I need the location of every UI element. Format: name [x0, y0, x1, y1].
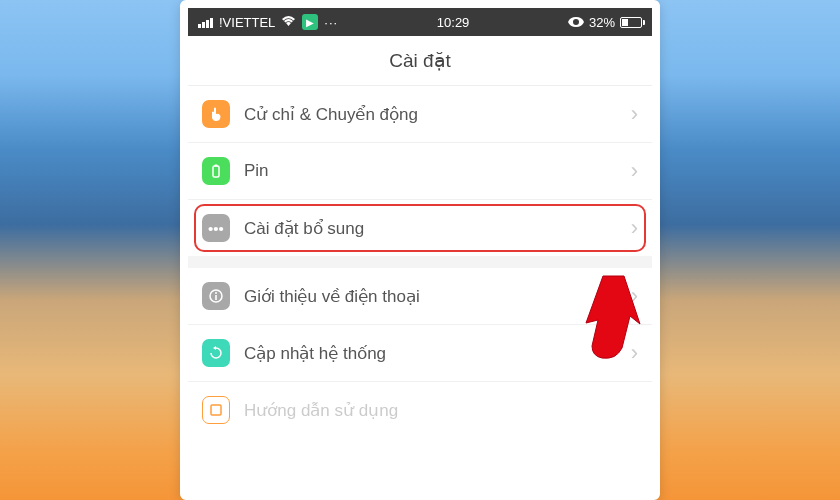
- gesture-icon: [202, 100, 230, 128]
- row-user-manual[interactable]: Hướng dẫn sử dụng: [188, 382, 652, 424]
- chevron-right-icon: ›: [631, 340, 638, 366]
- signal-icon: [198, 16, 213, 28]
- chevron-right-icon: ›: [631, 101, 638, 127]
- more-notifications-icon: ···: [324, 15, 338, 30]
- notification-icon: ▶: [302, 14, 318, 30]
- row-label: Cài đặt bổ sung: [244, 218, 631, 239]
- battery-icon: [202, 157, 230, 185]
- battery-percent: 32%: [589, 15, 615, 30]
- svg-rect-5: [211, 405, 221, 415]
- battery-icon: [620, 17, 642, 28]
- svg-rect-1: [215, 165, 218, 167]
- settings-list: Cử chỉ & Chuyển động › Pin › ••• Cài đặt…: [188, 86, 652, 424]
- chevron-right-icon: ›: [631, 215, 638, 241]
- row-about-phone[interactable]: Giới thiệu về điện thoại ›: [188, 268, 652, 325]
- page-header: Cài đặt: [188, 36, 652, 86]
- row-label: Cử chỉ & Chuyển động: [244, 104, 631, 125]
- row-label: Cập nhật hệ thống: [244, 343, 631, 364]
- svg-rect-0: [213, 166, 219, 177]
- carrier-label: !VIETTEL: [219, 15, 275, 30]
- page-title: Cài đặt: [389, 49, 451, 72]
- phone-screenshot: !VIETTEL ▶ ··· 10:29 32% Cài đặt Cử chỉ …: [180, 0, 660, 500]
- row-label: Giới thiệu về điện thoại: [244, 286, 631, 307]
- row-battery[interactable]: Pin ›: [188, 143, 652, 200]
- status-bar: !VIETTEL ▶ ··· 10:29 32%: [188, 8, 652, 36]
- info-icon: [202, 282, 230, 310]
- update-icon: [202, 339, 230, 367]
- wifi-icon: [281, 14, 296, 30]
- row-additional-settings[interactable]: ••• Cài đặt bổ sung ›: [188, 200, 652, 268]
- row-gestures[interactable]: Cử chỉ & Chuyển động ›: [188, 86, 652, 143]
- chevron-right-icon: ›: [631, 158, 638, 184]
- more-icon: •••: [202, 214, 230, 242]
- svg-point-3: [215, 292, 217, 294]
- book-icon: [202, 396, 230, 424]
- eye-icon: [568, 15, 584, 30]
- svg-rect-4: [215, 295, 217, 300]
- clock: 10:29: [437, 15, 470, 30]
- row-system-update[interactable]: Cập nhật hệ thống ›: [188, 325, 652, 382]
- row-label: Hướng dẫn sử dụng: [244, 400, 638, 421]
- chevron-right-icon: ›: [631, 283, 638, 309]
- row-label: Pin: [244, 161, 631, 181]
